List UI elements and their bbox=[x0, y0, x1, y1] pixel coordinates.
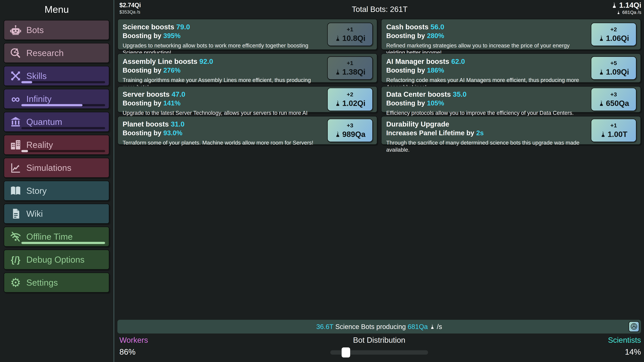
flask-icon bbox=[611, 2, 618, 8]
sidebar-item-bots[interactable]: Bots bbox=[4, 20, 109, 40]
sidebar-item-story[interactable]: Story bbox=[4, 181, 109, 201]
flask-icon bbox=[334, 131, 341, 137]
sidebar-item-offline-time[interactable]: Offline Time bbox=[4, 227, 109, 247]
upgrade-boost: Boosting by276% bbox=[122, 66, 320, 74]
buy-button[interactable]: +5 1.09Qi bbox=[591, 56, 636, 80]
quantum-icon bbox=[9, 116, 22, 128]
upgrade-boost: Boosting by395% bbox=[122, 32, 320, 39]
upgrade-title: Assembly Line boosts92.0 bbox=[122, 57, 320, 65]
upgrade-card-assembly-line-boosts: Assembly Line boosts92.0 Boosting by276%… bbox=[118, 53, 377, 83]
upgrade-title: Science boosts79.0 bbox=[122, 23, 320, 31]
flask-icon bbox=[334, 100, 341, 106]
sidebar-item-label: Settings bbox=[26, 278, 58, 288]
flask-icon bbox=[616, 10, 620, 14]
sidebar-item-label: Quantum bbox=[26, 117, 62, 127]
upgrade-description: Through the sacrifice of many determined… bbox=[386, 139, 584, 153]
offline-icon bbox=[9, 230, 22, 243]
flask-icon bbox=[334, 69, 341, 75]
sidebar: Menu Bots Research Skills ∞ Infinity bbox=[0, 0, 114, 362]
science-amount: 1.14Qi bbox=[619, 1, 641, 9]
buy-button[interactable]: +1 1.00T bbox=[591, 119, 636, 142]
total-bots-counter: Total Bots: 261T bbox=[116, 5, 644, 14]
sidebar-item-label: Story bbox=[26, 186, 46, 196]
status-suffix: /s bbox=[437, 323, 442, 331]
bot-distribution-title: Bot Distribution bbox=[118, 336, 641, 345]
flask-icon bbox=[430, 324, 435, 329]
sidebar-item-label: Wiki bbox=[26, 209, 43, 219]
upgrade-boost: Boosting by186% bbox=[386, 66, 584, 74]
upgrade-card-server-boosts: Server boosts47.0 Boosting by141% Upgrad… bbox=[118, 86, 377, 113]
science-bot-count: 36.6T bbox=[316, 323, 334, 331]
automation-button[interactable] bbox=[628, 321, 639, 332]
sidebar-item-reality[interactable]: Reality bbox=[4, 135, 109, 155]
quantum-progress-bar bbox=[21, 127, 105, 129]
sidebar-item-label: Offline Time bbox=[26, 232, 72, 242]
skills-icon bbox=[9, 70, 22, 82]
status-text: Science Bots producing bbox=[335, 323, 406, 331]
upgrade-list: Science boosts79.0 Boosting by395% Upgra… bbox=[118, 19, 641, 145]
buy-button[interactable]: +2 1.06Qi bbox=[591, 23, 636, 46]
science-display: 1.14Qi 681Qa /s bbox=[611, 1, 641, 15]
sidebar-item-debug-options[interactable]: {/} Debug Options bbox=[4, 250, 109, 270]
upgrade-card-durability-upgrade: Durability Upgrade Increases Panel Lifet… bbox=[381, 116, 641, 145]
upgrade-boost: Increases Panel Lifetime by2s bbox=[386, 129, 584, 137]
upgrade-title: Durability Upgrade bbox=[386, 120, 584, 128]
sidebar-item-simulations[interactable]: Simulations bbox=[4, 158, 109, 178]
upgrade-card-ai-manager-boosts: AI Manager boosts62.0 Boosting by186% Re… bbox=[381, 53, 641, 83]
sidebar-item-wiki[interactable]: Wiki bbox=[4, 204, 109, 224]
reality-icon bbox=[9, 139, 22, 151]
sidebar-item-skills[interactable]: Skills bbox=[4, 66, 109, 86]
upgrade-boost: Boosting by280% bbox=[386, 32, 584, 39]
flask-icon bbox=[598, 69, 604, 75]
distribution-values: 86% 14% bbox=[118, 347, 641, 358]
science-status-bar: 36.6T Science Bots producing 681Qa /s bbox=[118, 320, 641, 334]
workers-percentage: 86% bbox=[120, 347, 136, 357]
upgrade-description: Efficiency protocols allow you to improv… bbox=[386, 109, 584, 116]
sidebar-item-quantum[interactable]: Quantum bbox=[4, 112, 109, 132]
story-icon bbox=[9, 185, 22, 197]
offline-progress-bar bbox=[21, 242, 105, 244]
main-area: $2.74Qi $353Qa /s Total Bots: 261T 1.14Q… bbox=[116, 0, 644, 362]
upgrade-card-planet-boosts: Planet boosts31.0 Boosting by93.0% Terra… bbox=[118, 116, 377, 145]
science-rate: 681Qa /s bbox=[622, 10, 641, 15]
sidebar-item-settings[interactable]: ⚙ Settings bbox=[4, 273, 109, 293]
sidebar-item-label: Debug Options bbox=[26, 255, 84, 265]
flask-icon bbox=[334, 35, 341, 41]
upgrade-card-science-boosts: Science boosts79.0 Boosting by395% Upgra… bbox=[118, 19, 377, 50]
sidebar-item-label: Simulations bbox=[26, 163, 72, 173]
gear-icon: ⚙ bbox=[9, 277, 22, 289]
sidebar-item-label: Reality bbox=[26, 140, 53, 150]
upgrade-title: Data Center boosts35.0 bbox=[386, 90, 584, 98]
upgrade-card-data-center-boosts: Data Center boosts35.0 Boosting by105% E… bbox=[381, 86, 641, 113]
simulations-icon bbox=[9, 162, 22, 174]
bot-distribution-slider[interactable] bbox=[330, 350, 428, 355]
upgrade-title: Planet boosts31.0 bbox=[122, 120, 320, 128]
app-root: Menu Bots Research Skills ∞ Infinity bbox=[0, 0, 644, 362]
upgrade-title: Server boosts47.0 bbox=[122, 90, 320, 98]
scientists-percentage: 14% bbox=[625, 347, 641, 357]
slider-thumb[interactable] bbox=[342, 348, 350, 358]
upgrade-boost: Boosting by105% bbox=[386, 99, 584, 107]
flask-icon bbox=[598, 35, 604, 41]
buy-button[interactable]: +1 10.8Qi bbox=[327, 23, 373, 46]
buy-button[interactable]: +1 1.38Qi bbox=[327, 56, 373, 80]
sidebar-item-research[interactable]: Research bbox=[4, 43, 109, 63]
upgrade-title: Cash boosts56.0 bbox=[386, 23, 584, 31]
menu-title: Menu bbox=[0, 4, 113, 15]
wiki-icon bbox=[9, 207, 22, 220]
buy-button[interactable]: +2 1.02Qi bbox=[327, 88, 373, 111]
buy-button[interactable]: +3 989Qa bbox=[327, 119, 373, 142]
upgrade-description: Terraform some of your planets. Machine … bbox=[122, 139, 320, 146]
upgrade-boost: Boosting by93.0% bbox=[122, 129, 320, 137]
sidebar-item-infinity[interactable]: ∞ Infinity bbox=[4, 89, 109, 109]
upgrade-card-cash-boosts: Cash boosts56.0 Boosting by280% Refined … bbox=[381, 19, 641, 50]
infinity-icon: ∞ bbox=[9, 93, 22, 105]
automation-gear-icon bbox=[630, 323, 638, 331]
sidebar-item-label: Skills bbox=[26, 71, 46, 81]
debug-icon: {/} bbox=[9, 255, 22, 264]
reality-progress-bar bbox=[21, 150, 105, 152]
sidebar-item-label: Infinity bbox=[26, 94, 52, 104]
infinity-progress-bar bbox=[21, 104, 105, 106]
buy-button[interactable]: +3 650Qa bbox=[591, 88, 636, 111]
skills-progress-bar bbox=[21, 81, 105, 83]
